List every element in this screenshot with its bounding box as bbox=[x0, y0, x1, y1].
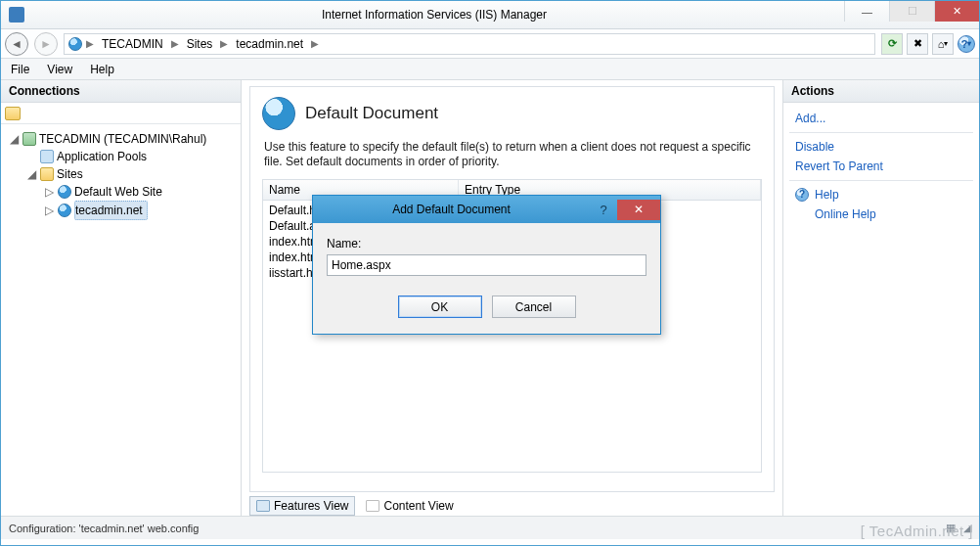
menubar: File View Help bbox=[1, 59, 979, 80]
breadcrumb-site[interactable]: tecadmin.net bbox=[232, 35, 307, 53]
stop-button[interactable]: ✖ bbox=[907, 33, 928, 55]
connections-panel: Connections ◢ TECADMIN (TECADMIN\Rahul) … bbox=[1, 80, 242, 516]
dialog-titlebar: Add Default Document ? ✕ bbox=[313, 196, 660, 223]
separator bbox=[789, 132, 973, 133]
help-button[interactable]: ?▾ bbox=[958, 35, 975, 53]
separator bbox=[789, 180, 973, 181]
tab-features-label: Features View bbox=[274, 499, 348, 513]
titlebar: Internet Information Services (IIS) Mana… bbox=[1, 1, 979, 29]
dialog-name-label: Name: bbox=[327, 237, 646, 250]
ok-button[interactable]: OK bbox=[398, 296, 482, 318]
window-title: Internet Information Services (IIS) Mana… bbox=[24, 8, 844, 22]
minimize-button[interactable]: — bbox=[844, 1, 889, 22]
collapse-icon[interactable]: ◢ bbox=[26, 165, 37, 183]
chevron-right-icon: ▶ bbox=[311, 38, 319, 49]
tree-app-pools-row[interactable]: Application Pools bbox=[5, 148, 237, 165]
default-document-icon bbox=[262, 97, 295, 130]
window-controls: — ☐ ✕ bbox=[844, 1, 979, 28]
dialog-close-button[interactable]: ✕ bbox=[617, 200, 660, 220]
collapse-icon[interactable]: ◢ bbox=[9, 130, 20, 148]
nav-forward-button[interactable]: ► bbox=[34, 32, 58, 56]
tree-server-label: TECADMIN (TECADMIN\Rahul) bbox=[39, 130, 206, 148]
tab-content-view[interactable]: Content View bbox=[359, 496, 460, 516]
actions-body: Add... Disable Revert To Parent ? Help O… bbox=[783, 103, 979, 230]
tab-content-label: Content View bbox=[383, 499, 453, 513]
app-icon bbox=[9, 7, 24, 23]
chevron-right-icon: ▶ bbox=[86, 38, 94, 49]
sites-icon bbox=[40, 167, 54, 181]
menu-file[interactable]: File bbox=[11, 63, 29, 76]
action-add[interactable]: Add... bbox=[783, 109, 979, 128]
server-icon bbox=[22, 132, 36, 146]
breadcrumb-sites[interactable]: Sites bbox=[183, 35, 217, 53]
maximize-button[interactable]: ☐ bbox=[889, 1, 934, 22]
connections-tree: ◢ TECADMIN (TECADMIN\Rahul) Application … bbox=[1, 124, 241, 224]
action-online-help[interactable]: Online Help bbox=[783, 205, 979, 224]
status-right-icons: ▦ ◢ bbox=[946, 522, 971, 534]
home-button[interactable]: ⌂▾ bbox=[932, 33, 954, 55]
tree-site-default-row[interactable]: ▷ Default Web Site bbox=[5, 183, 237, 201]
action-help[interactable]: ? Help bbox=[783, 185, 979, 205]
content-view-icon bbox=[366, 500, 379, 512]
dialog-buttons: OK Cancel bbox=[327, 296, 646, 318]
status-config: Configuration: 'tecadmin.net' web.config bbox=[9, 523, 199, 534]
tree-site-tecadmin-row[interactable]: ▷ tecadmin.net bbox=[5, 201, 237, 220]
chevron-right-icon: ▶ bbox=[171, 38, 179, 49]
dialog-body: Name: OK Cancel bbox=[313, 223, 660, 334]
add-default-document-dialog: Add Default Document ? ✕ Name: OK Cancel bbox=[312, 195, 661, 335]
statusbar: Configuration: 'tecadmin.net' web.config… bbox=[1, 516, 979, 539]
resize-grip-icon[interactable]: ◢ bbox=[963, 522, 971, 534]
address-bar: ◄ ► ▶ TECADMIN ▶ Sites ▶ tecadmin.net ▶ … bbox=[1, 29, 979, 59]
features-view-icon bbox=[256, 500, 270, 512]
chevron-right-icon: ▶ bbox=[220, 38, 228, 49]
actions-header: Actions bbox=[783, 80, 979, 103]
breadcrumb-server[interactable]: TECADMIN bbox=[98, 35, 167, 53]
tree-server-row[interactable]: ◢ TECADMIN (TECADMIN\Rahul) bbox=[5, 130, 237, 148]
address-tools: ⟳ ✖ ⌂▾ ?▾ bbox=[881, 33, 975, 55]
tree-sites-label: Sites bbox=[57, 165, 83, 183]
dialog-title: Add Default Document bbox=[313, 203, 590, 216]
app-pools-icon bbox=[40, 150, 54, 163]
menu-help[interactable]: Help bbox=[90, 63, 114, 76]
close-button[interactable]: ✕ bbox=[934, 1, 979, 22]
breadcrumb[interactable]: ▶ TECADMIN ▶ Sites ▶ tecadmin.net ▶ bbox=[64, 33, 875, 55]
connections-toolbar bbox=[1, 103, 241, 124]
tab-features-view[interactable]: Features View bbox=[249, 496, 355, 516]
iis-manager-window: Internet Information Services (IIS) Mana… bbox=[0, 0, 980, 546]
page-heading: Default Document bbox=[262, 97, 762, 130]
globe-icon bbox=[58, 185, 71, 199]
action-revert[interactable]: Revert To Parent bbox=[783, 157, 979, 176]
tree-site-tecadmin-label: tecadmin.net bbox=[74, 201, 148, 220]
page-title: Default Document bbox=[305, 104, 438, 123]
page-description: Use this feature to specify the default … bbox=[264, 140, 760, 169]
actions-panel: Actions Add... Disable Revert To Parent … bbox=[783, 80, 979, 516]
help-icon: ? bbox=[795, 188, 809, 202]
menu-view[interactable]: View bbox=[47, 63, 72, 76]
view-tabs: Features View Content View bbox=[249, 492, 775, 516]
tree-sites-row[interactable]: ◢ Sites bbox=[5, 165, 237, 183]
expand-icon[interactable]: ▷ bbox=[44, 183, 55, 201]
tree-site-default-label: Default Web Site bbox=[74, 183, 162, 201]
folder-icon[interactable] bbox=[5, 107, 21, 120]
cancel-button[interactable]: Cancel bbox=[492, 296, 576, 318]
nav-back-button[interactable]: ◄ bbox=[5, 32, 28, 56]
refresh-button[interactable]: ⟳ bbox=[881, 33, 903, 55]
globe-icon bbox=[58, 204, 71, 217]
globe-icon bbox=[68, 37, 82, 51]
tree-app-pools-label: Application Pools bbox=[57, 148, 147, 165]
action-help-label: Help bbox=[815, 188, 839, 202]
expand-icon[interactable]: ▷ bbox=[44, 202, 55, 219]
dialog-name-input[interactable] bbox=[327, 254, 646, 276]
action-disable[interactable]: Disable bbox=[783, 137, 979, 157]
status-icon: ▦ bbox=[946, 522, 956, 534]
dialog-help-button[interactable]: ? bbox=[590, 203, 617, 217]
connections-header: Connections bbox=[1, 80, 241, 103]
